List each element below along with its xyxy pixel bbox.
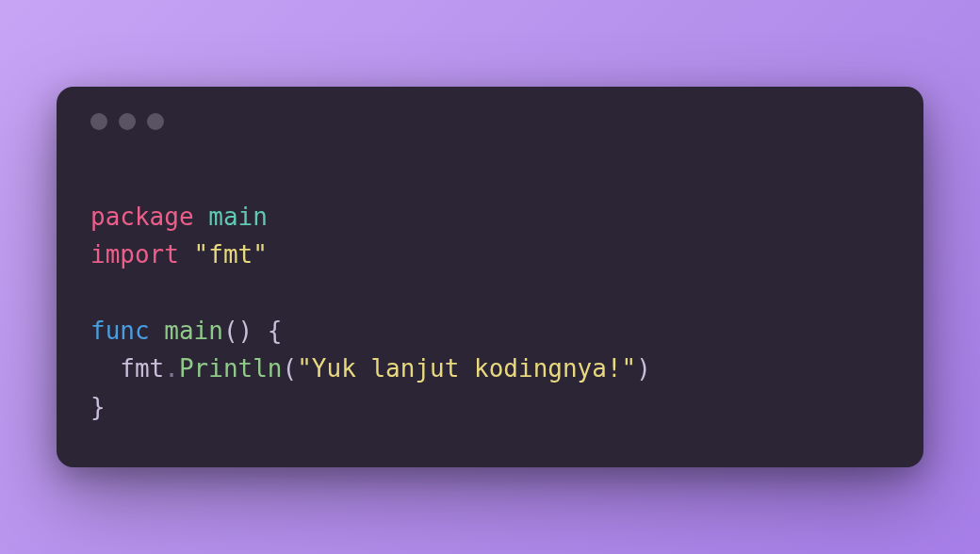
function-main: main bbox=[164, 317, 223, 345]
paren-close: ) bbox=[636, 354, 651, 383]
window-control-close[interactable] bbox=[90, 113, 107, 130]
string-arg: "Yuk lanjut kodingnya!" bbox=[297, 354, 636, 383]
keyword-import: import bbox=[90, 240, 179, 269]
keyword-package: package bbox=[90, 203, 194, 231]
brace-open: { bbox=[253, 317, 282, 345]
parentheses: () bbox=[223, 317, 253, 345]
brace-close: } bbox=[90, 393, 106, 421]
window-control-maximize[interactable] bbox=[147, 113, 164, 130]
function-println: Println bbox=[179, 354, 283, 383]
dot-operator: . bbox=[164, 354, 179, 383]
code-block: package main import "fmt" func main() { … bbox=[90, 198, 890, 426]
identifier-main: main bbox=[208, 203, 268, 231]
window-controls bbox=[90, 113, 890, 130]
indent bbox=[90, 354, 120, 383]
paren-open: ( bbox=[283, 354, 298, 383]
code-window: package main import "fmt" func main() { … bbox=[57, 87, 923, 467]
window-control-minimize[interactable] bbox=[119, 113, 136, 130]
keyword-func: func bbox=[90, 317, 150, 345]
string-fmt: "fmt" bbox=[194, 240, 268, 269]
identifier-fmt: fmt bbox=[120, 354, 164, 383]
